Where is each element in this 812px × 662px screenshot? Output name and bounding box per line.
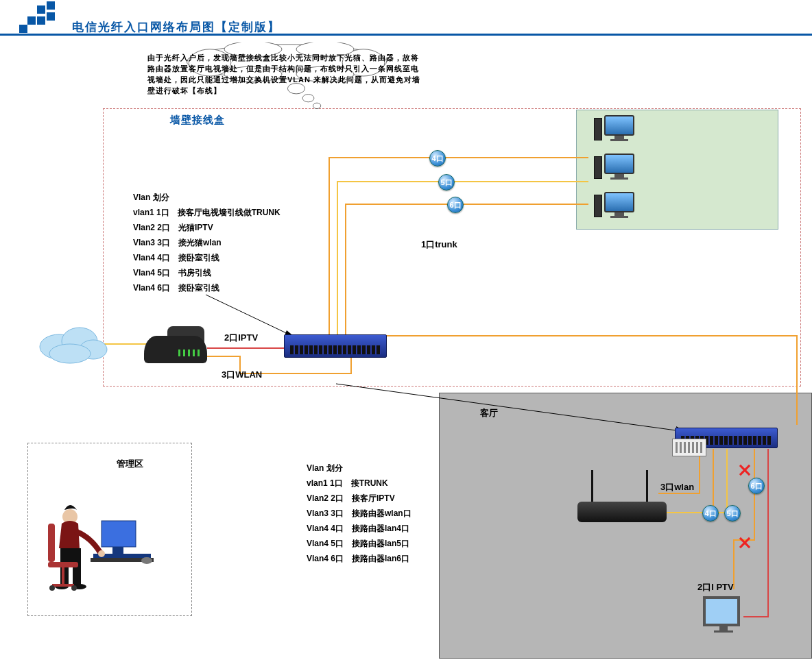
living-room-title: 客厅 <box>480 407 498 419</box>
svg-rect-3 <box>27 16 36 25</box>
vlan-row: Vlan4 6口 接路由器lan6口 <box>307 551 411 566</box>
vlan-row: Vlan3 3口 接光猫wlan <box>133 235 280 250</box>
thought-text: 由于光纤入户后，发现墙壁接线盒比较小无法同时放下光猫、路由器，故将路由器放置客厅… <box>147 52 426 96</box>
svg-rect-38 <box>48 562 78 567</box>
svg-rect-37 <box>48 524 55 562</box>
cross-out-icon <box>738 463 752 477</box>
logo-icon <box>12 1 62 33</box>
vlan-row: Vlan4 4口 接路由器lan4口 <box>307 521 411 536</box>
port2-iptv-label: 2口IPTV <box>224 332 258 344</box>
vlan-heading: Vlan 划分 <box>307 461 411 476</box>
vlan-row: Vlan2 2口 光猫IPTV <box>133 220 280 235</box>
svg-rect-34 <box>73 565 81 585</box>
living-port6-bubble: 6口 <box>748 478 765 494</box>
admin-user-icon <box>45 493 176 610</box>
living-port5-bubble: 5口 <box>724 505 741 522</box>
patch-panel-icon <box>672 439 706 456</box>
vlan-row: Vlan4 6口 接卧室引线 <box>133 280 280 295</box>
page-title: 电信光纤入口网络布局图【定制版】 <box>72 19 280 35</box>
svg-point-25 <box>49 344 91 363</box>
svg-rect-1 <box>37 5 45 14</box>
svg-rect-27 <box>112 547 123 554</box>
svg-point-21 <box>313 103 321 108</box>
pc-icon <box>594 154 635 180</box>
port5-bubble: 5口 <box>438 174 455 191</box>
svg-point-41 <box>49 585 55 591</box>
svg-rect-5 <box>19 25 27 33</box>
optical-modem-icon <box>144 326 219 367</box>
vlan-list-lower: Vlan 划分 vlan1 1口 接TRUNK Vlan2 2口 接客厅IPTV… <box>307 461 411 566</box>
port1-trunk-label: 1口trunk <box>421 238 457 251</box>
wall-box-title: 墙壁接线盒 <box>170 114 225 127</box>
port3-wlan-label: 3口WLAN <box>222 369 262 381</box>
admin-title: 管理区 <box>117 458 143 470</box>
living-port4-bubble: 4口 <box>702 505 719 522</box>
vlan-row: Vlan4 4口 接卧室引线 <box>133 250 280 265</box>
vlan-row: Vlan3 3口 接路由器wlan口 <box>307 506 411 521</box>
svg-point-42 <box>71 585 77 591</box>
vlan-row: Vlan4 5口 书房引线 <box>133 265 280 280</box>
pc-icon <box>594 192 635 218</box>
svg-rect-2 <box>47 12 55 21</box>
port4-bubble: 4口 <box>429 150 446 167</box>
iptv-monitor-icon <box>703 596 744 633</box>
vlan-row: Vlan4 5口 接路由器lan5口 <box>307 536 411 551</box>
vlan-heading: Vlan 划分 <box>133 190 280 205</box>
cross-out-icon <box>738 536 752 550</box>
vlan-list-upper: Vlan 划分 vlan1 1口 接客厅电视墙引线做TRUNK Vlan2 2口… <box>133 190 280 295</box>
svg-rect-0 <box>47 1 55 10</box>
living-port3-wlan-label: 3口wlan <box>660 481 694 493</box>
svg-rect-4 <box>37 16 45 25</box>
switch-wall-icon <box>284 334 387 358</box>
svg-rect-26 <box>102 521 136 547</box>
internet-cloud-icon <box>34 319 110 367</box>
svg-point-30 <box>141 557 152 564</box>
vlan-row: vlan1 1口 接客厅电视墙引线做TRUNK <box>133 205 280 220</box>
vlan-row: Vlan2 2口 接客厅IPTV <box>307 491 411 506</box>
svg-point-43 <box>98 550 105 557</box>
header-divider <box>0 34 812 36</box>
vlan-row: vlan1 1口 接TRUNK <box>307 476 411 491</box>
pc-icon <box>594 115 635 141</box>
port6-bubble: 6口 <box>447 197 464 213</box>
living-port2-iptv-label: 2口I PTV <box>697 581 734 593</box>
